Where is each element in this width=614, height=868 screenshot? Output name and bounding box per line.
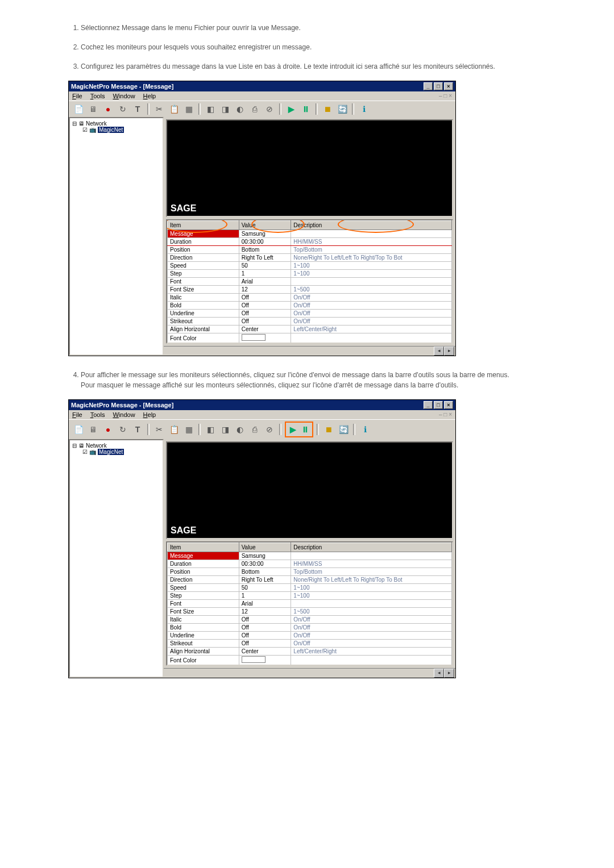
- prop-value[interactable]: Arial: [239, 278, 291, 286]
- refresh-icon[interactable]: ↻: [117, 103, 129, 115]
- table-row[interactable]: StrikeoutOffOn/Off: [168, 640, 452, 648]
- table-row[interactable]: Align HorizontalCenterLeft/Center/Right: [168, 648, 452, 656]
- menu-help[interactable]: Help: [143, 93, 156, 99]
- table-row[interactable]: Speed501~100: [168, 262, 452, 270]
- table-row[interactable]: UnderlineOffOn/Off: [168, 632, 452, 640]
- prop-value[interactable]: Off: [239, 624, 291, 632]
- prop-value[interactable]: 12: [239, 286, 291, 294]
- layout3-icon[interactable]: ◐: [234, 103, 246, 115]
- prop-value[interactable]: Samsung: [239, 552, 291, 560]
- table-row[interactable]: StrikeoutOffOn/Off: [168, 318, 452, 326]
- block-icon[interactable]: ⊘: [263, 103, 276, 115]
- col-desc[interactable]: Description: [291, 221, 452, 230]
- block-icon[interactable]: ⊘: [263, 423, 276, 436]
- record-icon[interactable]: ●: [102, 423, 114, 436]
- table-row[interactable]: BoldOffOn/Off: [168, 624, 452, 632]
- prop-value[interactable]: [239, 665, 291, 666]
- stop-message-icon[interactable]: ⏸: [300, 103, 312, 115]
- prop-value[interactable]: Off: [239, 302, 291, 310]
- cut-icon[interactable]: ✂: [153, 103, 165, 115]
- monitor-icon[interactable]: 🖥: [87, 103, 99, 115]
- table-row[interactable]: MessageSamsung: [168, 552, 452, 560]
- layout2-icon[interactable]: ◨: [219, 423, 231, 436]
- tree-child[interactable]: ☑ 📺 MagicNet: [72, 127, 160, 133]
- horizontal-scrollbar[interactable]: ◂ ▸: [164, 346, 455, 356]
- layout1-icon[interactable]: ◧: [204, 423, 217, 436]
- prop-value[interactable]: Right To Left: [239, 254, 291, 262]
- table-row[interactable]: Duration00:30:00HH/MM/SS: [168, 560, 452, 568]
- redo-icon[interactable]: 🔄: [337, 423, 350, 436]
- undo-icon[interactable]: ⏹: [322, 423, 335, 436]
- table-row[interactable]: FontArial: [168, 278, 452, 286]
- print-icon[interactable]: ⎙: [248, 103, 261, 115]
- prop-value[interactable]: Off: [239, 310, 291, 318]
- tree-root[interactable]: ⊟ 🖥 Network: [72, 120, 160, 127]
- table-row[interactable]: Font Size121~500: [168, 286, 452, 294]
- prop-value[interactable]: Right To Left: [239, 576, 291, 584]
- redo-icon[interactable]: 🔄: [336, 103, 349, 115]
- stop-message-icon[interactable]: ⏸: [299, 423, 312, 436]
- prop-value[interactable]: Arial: [239, 600, 291, 608]
- prop-value[interactable]: 1: [239, 592, 291, 600]
- prop-value[interactable]: Center: [239, 326, 291, 333]
- table-row[interactable]: Background Color: [168, 665, 452, 666]
- table-row[interactable]: UnderlineOffOn/Off: [168, 310, 452, 318]
- scroll-right-icon[interactable]: ▸: [444, 347, 454, 356]
- table-row[interactable]: Font Size121~500: [168, 608, 452, 616]
- table-row[interactable]: Speed501~100: [168, 584, 452, 592]
- prop-value[interactable]: Off: [239, 640, 291, 648]
- doc-close-icon[interactable]: – □ ×: [439, 411, 452, 418]
- refresh-icon[interactable]: ↻: [117, 423, 129, 436]
- doc-close-icon[interactable]: – □ ×: [439, 93, 452, 99]
- menu-tools[interactable]: Tools: [90, 93, 105, 99]
- prop-value[interactable]: Off: [239, 294, 291, 302]
- menu-help[interactable]: Help: [143, 411, 156, 418]
- tree-root[interactable]: ⊟ 🖥 Network: [72, 443, 160, 449]
- prop-value[interactable]: 1: [239, 270, 291, 278]
- menu-window[interactable]: Window: [113, 411, 135, 418]
- prop-value[interactable]: Samsung: [239, 230, 291, 238]
- color-swatch-white[interactable]: [242, 656, 265, 663]
- prop-value[interactable]: Off: [239, 632, 291, 640]
- table-row[interactable]: DirectionRight To LeftNone/Right To Left…: [168, 576, 452, 584]
- print-icon[interactable]: ⎙: [248, 423, 261, 436]
- table-row[interactable]: ItalicOffOn/Off: [168, 616, 452, 624]
- col-value[interactable]: Value: [239, 543, 291, 552]
- check-icon[interactable]: ☑: [82, 449, 88, 455]
- prop-value[interactable]: Bottom: [239, 246, 291, 254]
- col-item[interactable]: Item: [168, 221, 239, 230]
- prop-value[interactable]: Off: [239, 318, 291, 326]
- minimize-icon[interactable]: _: [424, 401, 433, 409]
- table-row[interactable]: Background Color: [168, 343, 452, 344]
- table-row[interactable]: PositionBottomTop/Bottom: [168, 246, 452, 254]
- titlebar[interactable]: MagicNetPro Message - [Message] _ □ ×: [69, 81, 455, 91]
- send-message-icon[interactable]: ▶: [287, 423, 299, 436]
- prop-value[interactable]: Off: [239, 616, 291, 624]
- text-icon[interactable]: T: [131, 423, 144, 436]
- table-row[interactable]: Align HorizontalCenterLeft/Center/Right: [168, 326, 452, 333]
- col-value[interactable]: Value: [239, 221, 291, 230]
- new-icon[interactable]: 📄: [72, 103, 85, 115]
- horizontal-scrollbar[interactable]: ◂ ▸: [164, 668, 455, 678]
- tree-child[interactable]: ☑ 📺 MagicNet: [72, 449, 160, 455]
- table-row[interactable]: Duration00:30:00HH/MM/SS: [168, 238, 452, 246]
- scroll-left-icon[interactable]: ◂: [434, 347, 444, 356]
- prop-value[interactable]: Bottom: [239, 568, 291, 576]
- prop-value[interactable]: 00:30:00: [239, 238, 291, 246]
- layout3-icon[interactable]: ◐: [234, 423, 246, 436]
- table-row[interactable]: Font Color: [168, 656, 452, 665]
- color-swatch-white[interactable]: [242, 334, 265, 341]
- menu-window[interactable]: Window: [113, 93, 135, 99]
- copy-icon[interactable]: 📋: [168, 103, 180, 115]
- send-message-icon[interactable]: ▶: [285, 103, 297, 115]
- prop-value[interactable]: [239, 656, 291, 665]
- close-icon[interactable]: ×: [444, 401, 453, 409]
- info-icon[interactable]: ℹ: [359, 423, 371, 436]
- new-icon[interactable]: 📄: [72, 423, 85, 436]
- table-row[interactable]: Step11~100: [168, 270, 452, 278]
- table-row[interactable]: Step11~100: [168, 592, 452, 600]
- col-desc[interactable]: Description: [291, 543, 452, 552]
- table-row[interactable]: PositionBottomTop/Bottom: [168, 568, 452, 576]
- layout2-icon[interactable]: ◨: [219, 103, 231, 115]
- menu-file[interactable]: File: [72, 93, 82, 99]
